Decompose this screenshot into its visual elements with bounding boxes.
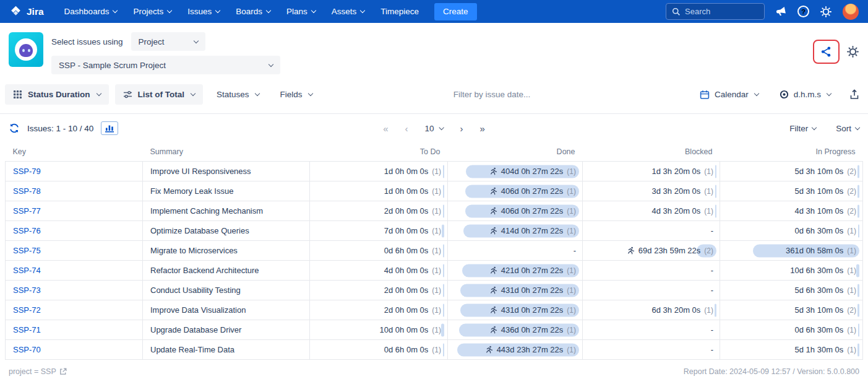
duration-value: 5d 3h 10m 0s [795, 186, 844, 196]
status-count: (2) [847, 167, 856, 176]
duration-cell-inprogress: 10d 6h 30m 0s(1) [720, 261, 863, 281]
issue-source-type-dropdown[interactable]: Project [131, 32, 205, 51]
sort-dropdown[interactable]: Sort [836, 124, 859, 133]
nav-item-label: Assets [332, 7, 357, 16]
duration-value: 69d 23h 59m 22s [638, 246, 700, 255]
duration-value: 4d 3h 10m 0s [795, 206, 844, 216]
nav-item-issues[interactable]: Issues [179, 0, 228, 23]
pagination-left: Issues: 1 - 10 / 40 [9, 121, 118, 135]
status-count: (1) [847, 227, 856, 235]
jira-logo[interactable]: Jira [9, 5, 44, 18]
status-count: (1) [847, 247, 856, 255]
page-size-value: 10 [424, 124, 434, 133]
duration-value: - [711, 325, 713, 334]
column-header-to-do: To Do [310, 142, 448, 162]
runner-icon [489, 286, 497, 294]
column-header-in-progress: In Progress [720, 142, 863, 162]
clock-icon [780, 90, 789, 99]
duration-value: 406d 0h 27m 22s [501, 186, 563, 196]
chart-view-button[interactable] [101, 121, 118, 135]
page-size-dropdown[interactable]: 10 [424, 124, 443, 133]
header-actions [813, 40, 859, 64]
announcements-button[interactable] [775, 6, 787, 17]
status-count: (1) [567, 207, 576, 216]
issue-date-filter-input[interactable] [453, 90, 559, 99]
issue-key-link[interactable]: SSP-77 [13, 206, 41, 216]
report-type-dropdown[interactable]: Status Duration [5, 84, 109, 105]
duration-cell-blocked: 69d 23h 59m 22s(2) [583, 241, 720, 261]
list-mode-dropdown[interactable]: List of Total [115, 84, 204, 105]
share-button[interactable] [820, 45, 833, 58]
chevron-down-icon [113, 8, 118, 13]
duration-cell-todo: 2d 0h 0m 0s(1) [310, 281, 448, 300]
refresh-button[interactable] [9, 123, 20, 134]
nav-item-projects[interactable]: Projects [125, 0, 179, 23]
column-header-summary: Summary [143, 142, 310, 162]
duration-cell-done: 421d 0h 27m 22s(1) [448, 261, 583, 281]
duration-cell-todo: 1d 0h 0m 0s(1) [310, 181, 448, 201]
nav-item-boards[interactable]: Boards [228, 0, 278, 23]
column-header-blocked: Blocked [583, 142, 720, 162]
status-count: (1) [567, 306, 576, 315]
issue-summary: Migrate to Microservices [143, 241, 310, 261]
statuses-label: Statuses [217, 90, 249, 99]
next-page-button[interactable]: › [460, 123, 463, 134]
column-header-done: Done [448, 142, 583, 162]
fields-dropdown[interactable]: Fields [273, 84, 320, 105]
project-dropdown[interactable]: SSP - Sample Scrum Project [51, 56, 280, 74]
issue-key-link[interactable]: SSP-71 [13, 325, 41, 334]
duration-value: 2d 0h 0m 0s [384, 206, 429, 216]
nav-item-assets[interactable]: Assets [324, 0, 373, 23]
duration-cell-todo: 0d 6h 0m 0s(1) [310, 241, 448, 261]
issue-key-link[interactable]: SSP-72 [13, 305, 41, 315]
user-avatar[interactable] [843, 4, 859, 20]
status-count: (1) [704, 207, 713, 216]
statuses-dropdown[interactable]: Statuses [209, 84, 267, 105]
nav-search[interactable] [666, 3, 765, 20]
chevron-down-icon [439, 124, 444, 129]
duration-bar [857, 204, 859, 217]
report-settings-button[interactable] [846, 45, 859, 58]
issue-key-link[interactable]: SSP-70 [13, 345, 41, 354]
calendar-dropdown[interactable]: Calendar [692, 84, 766, 105]
duration-cell-blocked: - [583, 281, 720, 300]
create-button[interactable]: Create [434, 3, 477, 20]
first-page-button[interactable]: « [383, 123, 388, 134]
time-format-dropdown[interactable]: d.h.m.s [772, 84, 838, 105]
nav-item-timepiece[interactable]: Timepiece [372, 0, 427, 23]
settings-button[interactable] [820, 6, 832, 18]
table-row: SSP-77Implement Caching Mechanism2d 0h 0… [6, 201, 863, 221]
duration-value: 3d 3h 20m 0s [652, 186, 701, 196]
help-button[interactable]: ? [797, 6, 809, 17]
issue-key-link[interactable]: SSP-75 [13, 246, 41, 255]
jira-logo-icon [9, 5, 22, 18]
export-button[interactable] [849, 89, 859, 100]
issue-key-link[interactable]: SSP-76 [13, 226, 41, 235]
duration-value: 4d 3h 20m 0s [652, 206, 701, 216]
nav-item-label: Projects [133, 7, 163, 16]
issues-range-label: Issues: 1 - 10 / 40 [27, 124, 93, 133]
last-page-button[interactable]: » [480, 123, 485, 134]
prev-page-button[interactable]: ‹ [405, 123, 408, 134]
issues-table: KeySummaryTo DoDoneBlockedIn Progress SS… [5, 142, 863, 360]
duration-cell-done: 406d 0h 27m 22s(1) [448, 201, 583, 221]
issue-key-link[interactable]: SSP-74 [13, 266, 41, 275]
nav-item-dashboards[interactable]: Dashboards [56, 0, 126, 23]
issue-key-link[interactable]: SSP-78 [13, 186, 41, 196]
runner-icon [485, 346, 493, 354]
table-body: SSP-79Improve UI Responsiveness1d 0h 0m … [6, 162, 863, 360]
filter-dropdown[interactable]: Filter [789, 124, 816, 133]
duration-bar [857, 343, 859, 356]
duration-value: 436d 0h 27m 22s [501, 325, 563, 334]
runner-icon [489, 167, 497, 175]
nav-item-plans[interactable]: Plans [278, 0, 324, 23]
status-count: (1) [567, 346, 576, 354]
issue-key-link[interactable]: SSP-79 [13, 167, 41, 176]
duration-bar [442, 224, 444, 237]
project-dropdown-value: SSP - Sample Scrum Project [59, 61, 166, 70]
status-count: (1) [432, 286, 441, 295]
issue-key-link[interactable]: SSP-73 [13, 286, 41, 295]
search-input[interactable] [685, 7, 758, 16]
table-row: SSP-74Refactor Backend Architecture4d 0h… [6, 261, 863, 281]
jql-link[interactable]: project = SSP [9, 367, 67, 376]
